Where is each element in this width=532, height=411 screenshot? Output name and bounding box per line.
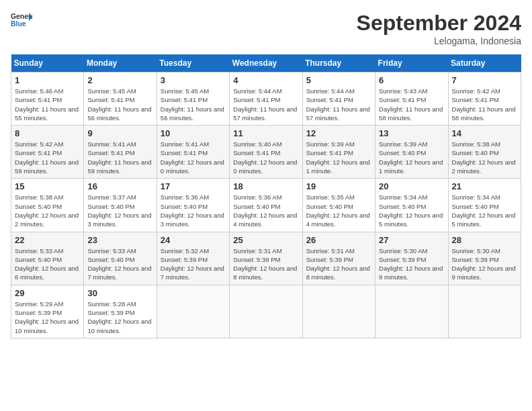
day-info: Sunrise: 5:41 AM Sunset: 5:41 PM Dayligh… (161, 140, 226, 175)
day-cell-15: 15 Sunrise: 5:38 AM Sunset: 5:40 PM Dayl… (11, 179, 84, 232)
day-info: Sunrise: 5:35 AM Sunset: 5:40 PM Dayligh… (306, 193, 371, 228)
day-number: 25 (233, 235, 298, 245)
day-info: Sunrise: 5:31 AM Sunset: 5:39 PM Dayligh… (306, 246, 371, 282)
svg-text:Blue: Blue (11, 20, 26, 28)
week-row-5: 29 Sunrise: 5:29 AM Sunset: 5:39 PM Dayl… (11, 285, 521, 338)
day-cell-26: 26 Sunrise: 5:31 AM Sunset: 5:39 PM Dayl… (302, 232, 375, 285)
week-row-3: 15 Sunrise: 5:38 AM Sunset: 5:40 PM Dayl… (11, 179, 521, 232)
day-number: 1 (15, 75, 80, 85)
header-tuesday: Tuesday (157, 54, 229, 73)
day-cell-20: 20 Sunrise: 5:34 AM Sunset: 5:40 PM Dayl… (375, 179, 448, 232)
day-cell-6: 6 Sunrise: 5:43 AM Sunset: 5:41 PM Dayli… (375, 73, 448, 126)
day-cell-13: 13 Sunrise: 5:39 AM Sunset: 5:40 PM Dayl… (375, 126, 448, 179)
page-header: General Blue September 2024 Lelogama, In… (11, 11, 521, 46)
day-number: 16 (87, 181, 152, 191)
day-number: 20 (379, 181, 444, 191)
title-area: September 2024 Lelogama, Indonesia (357, 11, 521, 46)
day-number: 11 (233, 128, 298, 138)
day-number: 22 (15, 235, 80, 245)
day-info: Sunrise: 5:40 AM Sunset: 5:41 PM Dayligh… (233, 140, 298, 175)
day-cell-29: 29 Sunrise: 5:29 AM Sunset: 5:39 PM Dayl… (11, 285, 84, 338)
day-cell-24: 24 Sunrise: 5:32 AM Sunset: 5:39 PM Dayl… (157, 232, 229, 285)
day-cell-7: 7 Sunrise: 5:42 AM Sunset: 5:41 PM Dayli… (448, 73, 521, 126)
empty-cell (302, 285, 375, 338)
day-number: 21 (452, 181, 517, 191)
day-number: 15 (15, 181, 80, 191)
logo: General Blue (11, 11, 32, 30)
day-number: 5 (306, 75, 371, 85)
week-row-1: 1 Sunrise: 5:46 AM Sunset: 5:41 PM Dayli… (11, 73, 521, 126)
day-cell-22: 22 Sunrise: 5:33 AM Sunset: 5:40 PM Dayl… (11, 232, 84, 285)
day-cell-28: 28 Sunrise: 5:30 AM Sunset: 5:39 PM Dayl… (448, 232, 521, 285)
header-sunday: Sunday (11, 54, 84, 73)
day-number: 27 (379, 235, 444, 245)
day-number: 28 (452, 235, 517, 245)
day-info: Sunrise: 5:46 AM Sunset: 5:41 PM Dayligh… (15, 87, 80, 122)
day-info: Sunrise: 5:42 AM Sunset: 5:41 PM Dayligh… (452, 87, 517, 122)
calendar-table: Sunday Monday Tuesday Wednesday Thursday… (11, 54, 521, 338)
day-info: Sunrise: 5:41 AM Sunset: 5:41 PM Dayligh… (87, 140, 152, 175)
days-header-row: Sunday Monday Tuesday Wednesday Thursday… (11, 54, 521, 73)
day-number: 3 (161, 75, 226, 85)
day-number: 18 (233, 181, 298, 191)
week-row-4: 22 Sunrise: 5:33 AM Sunset: 5:40 PM Dayl… (11, 232, 521, 285)
day-number: 24 (161, 235, 226, 245)
day-number: 26 (306, 235, 371, 245)
day-cell-1: 1 Sunrise: 5:46 AM Sunset: 5:41 PM Dayli… (11, 73, 84, 126)
day-info: Sunrise: 5:38 AM Sunset: 5:40 PM Dayligh… (15, 193, 80, 228)
empty-cell (448, 285, 521, 338)
day-number: 29 (15, 288, 80, 298)
day-cell-3: 3 Sunrise: 5:45 AM Sunset: 5:41 PM Dayli… (157, 73, 229, 126)
empty-cell (375, 285, 448, 338)
day-number: 17 (161, 181, 226, 191)
day-info: Sunrise: 5:30 AM Sunset: 5:39 PM Dayligh… (452, 246, 517, 282)
day-cell-2: 2 Sunrise: 5:45 AM Sunset: 5:41 PM Dayli… (84, 73, 157, 126)
day-info: Sunrise: 5:44 AM Sunset: 5:41 PM Dayligh… (233, 87, 298, 122)
day-number: 9 (87, 128, 152, 138)
day-info: Sunrise: 5:34 AM Sunset: 5:40 PM Dayligh… (452, 193, 517, 228)
month-title: September 2024 (357, 11, 521, 36)
empty-cell (230, 285, 302, 338)
day-info: Sunrise: 5:45 AM Sunset: 5:41 PM Dayligh… (87, 87, 152, 122)
day-cell-19: 19 Sunrise: 5:35 AM Sunset: 5:40 PM Dayl… (302, 179, 375, 232)
day-info: Sunrise: 5:30 AM Sunset: 5:39 PM Dayligh… (379, 246, 444, 282)
day-info: Sunrise: 5:34 AM Sunset: 5:40 PM Dayligh… (379, 193, 444, 228)
day-info: Sunrise: 5:38 AM Sunset: 5:40 PM Dayligh… (452, 140, 517, 175)
day-info: Sunrise: 5:36 AM Sunset: 5:40 PM Dayligh… (161, 193, 226, 228)
header-saturday: Saturday (448, 54, 521, 73)
day-info: Sunrise: 5:33 AM Sunset: 5:40 PM Dayligh… (87, 246, 152, 282)
empty-cell (157, 285, 229, 338)
day-cell-12: 12 Sunrise: 5:39 AM Sunset: 5:41 PM Dayl… (302, 126, 375, 179)
day-info: Sunrise: 5:28 AM Sunset: 5:39 PM Dayligh… (87, 300, 152, 335)
week-row-2: 8 Sunrise: 5:42 AM Sunset: 5:41 PM Dayli… (11, 126, 521, 179)
day-info: Sunrise: 5:29 AM Sunset: 5:39 PM Dayligh… (15, 300, 80, 335)
logo-icon: General Blue (11, 11, 32, 30)
day-number: 2 (87, 75, 152, 85)
day-cell-25: 25 Sunrise: 5:31 AM Sunset: 5:39 PM Dayl… (230, 232, 302, 285)
day-info: Sunrise: 5:37 AM Sunset: 5:40 PM Dayligh… (87, 193, 152, 228)
day-number: 30 (87, 288, 152, 298)
header-friday: Friday (375, 54, 448, 73)
day-cell-4: 4 Sunrise: 5:44 AM Sunset: 5:41 PM Dayli… (230, 73, 302, 126)
day-info: Sunrise: 5:45 AM Sunset: 5:41 PM Dayligh… (161, 87, 226, 122)
day-info: Sunrise: 5:31 AM Sunset: 5:39 PM Dayligh… (233, 246, 298, 282)
day-cell-27: 27 Sunrise: 5:30 AM Sunset: 5:39 PM Dayl… (375, 232, 448, 285)
day-number: 4 (233, 75, 298, 85)
day-info: Sunrise: 5:39 AM Sunset: 5:41 PM Dayligh… (306, 140, 371, 175)
day-number: 10 (161, 128, 226, 138)
day-cell-11: 11 Sunrise: 5:40 AM Sunset: 5:41 PM Dayl… (230, 126, 302, 179)
day-info: Sunrise: 5:39 AM Sunset: 5:40 PM Dayligh… (379, 140, 444, 175)
day-number: 7 (452, 75, 517, 85)
day-info: Sunrise: 5:36 AM Sunset: 5:40 PM Dayligh… (233, 193, 298, 228)
day-number: 23 (87, 235, 152, 245)
day-cell-9: 9 Sunrise: 5:41 AM Sunset: 5:41 PM Dayli… (84, 126, 157, 179)
day-cell-14: 14 Sunrise: 5:38 AM Sunset: 5:40 PM Dayl… (448, 126, 521, 179)
day-info: Sunrise: 5:32 AM Sunset: 5:39 PM Dayligh… (161, 246, 226, 282)
day-info: Sunrise: 5:43 AM Sunset: 5:41 PM Dayligh… (379, 87, 444, 122)
day-info: Sunrise: 5:33 AM Sunset: 5:40 PM Dayligh… (15, 246, 80, 282)
day-cell-10: 10 Sunrise: 5:41 AM Sunset: 5:41 PM Dayl… (157, 126, 229, 179)
day-cell-21: 21 Sunrise: 5:34 AM Sunset: 5:40 PM Dayl… (448, 179, 521, 232)
header-monday: Monday (84, 54, 157, 73)
day-number: 6 (379, 75, 444, 85)
day-cell-17: 17 Sunrise: 5:36 AM Sunset: 5:40 PM Dayl… (157, 179, 229, 232)
